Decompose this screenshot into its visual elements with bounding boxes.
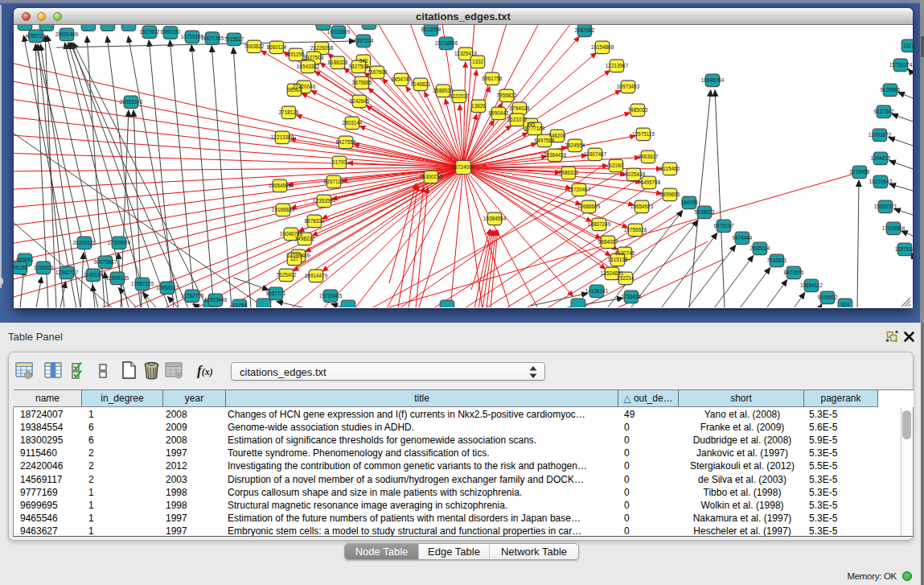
svg-text:13626: 13626 xyxy=(471,103,486,109)
svg-text:19384554: 19384554 xyxy=(483,216,507,221)
svg-text:7515527: 7515527 xyxy=(224,36,244,42)
svg-text:9657771: 9657771 xyxy=(266,290,286,296)
svg-text:1120746: 1120746 xyxy=(615,250,635,256)
svg-text:9245652: 9245652 xyxy=(818,295,838,300)
svg-text:3824554: 3824554 xyxy=(565,142,585,148)
svg-text:19756928: 19756928 xyxy=(624,227,647,233)
svg-text:17957225: 17957225 xyxy=(131,281,154,286)
svg-text:2588520: 2588520 xyxy=(433,88,454,93)
svg-text:90975887: 90975887 xyxy=(94,259,117,265)
svg-text:2935114: 2935114 xyxy=(750,245,770,251)
svg-text:7932621: 7932621 xyxy=(767,257,787,263)
svg-text:12213389: 12213389 xyxy=(271,134,294,140)
svg-text:12505135: 12505135 xyxy=(106,275,129,281)
svg-text:1733426: 1733426 xyxy=(622,294,642,299)
svg-text:7357224: 7357224 xyxy=(354,38,374,43)
svg-text:25300215: 25300215 xyxy=(420,174,443,179)
svg-text:1167534: 1167534 xyxy=(895,246,913,252)
svg-text:9884067: 9884067 xyxy=(598,239,618,245)
svg-text:6961758: 6961758 xyxy=(483,76,503,81)
svg-text:7663822: 7663822 xyxy=(244,43,265,49)
svg-text:19166829: 19166829 xyxy=(272,207,295,212)
svg-text:16210643: 16210643 xyxy=(869,179,893,184)
svg-text:19218506: 19218506 xyxy=(435,40,458,46)
svg-text:2667608: 2667608 xyxy=(368,69,388,75)
svg-text:8186328: 8186328 xyxy=(328,60,348,65)
svg-text:17016504: 17016504 xyxy=(882,225,906,231)
svg-text:9474444: 9474444 xyxy=(733,235,753,241)
svg-text:1117: 1117 xyxy=(903,43,913,48)
svg-text:18724007: 18724007 xyxy=(452,164,475,170)
svg-text:9777169: 9777169 xyxy=(525,126,545,131)
svg-text:12942737: 12942737 xyxy=(55,270,79,275)
svg-text:16154808: 16154808 xyxy=(591,44,614,50)
svg-text:6479197: 6479197 xyxy=(714,223,734,229)
svg-text:16543382: 16543382 xyxy=(297,64,320,69)
svg-text:9327508: 9327508 xyxy=(304,55,324,60)
svg-text:10958117: 10958117 xyxy=(156,285,179,290)
svg-text:10807487: 10807487 xyxy=(584,151,607,157)
svg-text:3215958: 3215958 xyxy=(850,169,870,175)
svg-text:62160: 62160 xyxy=(609,163,623,168)
svg-text:15720407: 15720407 xyxy=(568,187,591,192)
svg-text:164095: 164095 xyxy=(680,200,698,205)
svg-text:8471676: 8471676 xyxy=(784,270,804,275)
svg-text:924: 924 xyxy=(841,302,850,307)
svg-text:10025438: 10025438 xyxy=(622,171,646,177)
svg-text:11325419: 11325419 xyxy=(454,51,477,56)
svg-text:10688609: 10688609 xyxy=(577,204,601,209)
svg-text:8660124: 8660124 xyxy=(267,44,287,50)
svg-text:10654112: 10654112 xyxy=(800,282,823,288)
svg-text:1145194: 1145194 xyxy=(84,272,104,278)
svg-text:7955822: 7955822 xyxy=(497,93,517,98)
svg-text:8990443: 8990443 xyxy=(489,110,509,116)
svg-text:19654923: 19654923 xyxy=(630,204,654,209)
svg-text:5938923: 5938923 xyxy=(695,209,715,215)
svg-text:18807249: 18807249 xyxy=(588,221,611,227)
svg-text:9327508: 9327508 xyxy=(349,64,369,69)
svg-text:9146821: 9146821 xyxy=(411,81,431,87)
svg-text:6966160: 6966160 xyxy=(161,29,181,35)
svg-text:12923446: 12923446 xyxy=(204,297,228,303)
svg-text:10973493: 10973493 xyxy=(617,84,640,89)
svg-text:2718126: 2718126 xyxy=(279,109,299,115)
svg-text:8878334: 8878334 xyxy=(305,218,325,224)
svg-text:127: 127 xyxy=(290,256,299,262)
svg-text:99159: 99159 xyxy=(14,265,27,270)
svg-text:23226058: 23226058 xyxy=(310,45,334,51)
svg-text:15751074: 15751074 xyxy=(889,62,913,68)
svg-text:9129966: 9129966 xyxy=(881,87,901,93)
svg-text:16033809: 16033809 xyxy=(327,29,351,35)
svg-text:12353594: 12353594 xyxy=(313,198,336,204)
svg-text:7986322: 7986322 xyxy=(559,170,579,175)
svg-text:15716485: 15716485 xyxy=(319,293,343,299)
svg-text:8427552: 8427552 xyxy=(336,139,356,145)
svg-text:4055721: 4055721 xyxy=(26,33,46,39)
svg-text:252214: 252214 xyxy=(617,275,634,281)
svg-text:9115460: 9115460 xyxy=(660,166,680,171)
svg-text:3875685: 3875685 xyxy=(352,80,372,85)
svg-text:12975115: 12975115 xyxy=(632,131,655,137)
svg-text:14136141: 14136141 xyxy=(585,288,609,294)
svg-text:6497568: 6497568 xyxy=(535,138,555,143)
svg-text:6794028: 6794028 xyxy=(510,105,530,111)
svg-text:2087682: 2087682 xyxy=(575,27,595,33)
svg-text:16648784: 16648784 xyxy=(701,77,725,83)
svg-text:8322037: 8322037 xyxy=(450,93,470,99)
svg-text:1244415: 1244415 xyxy=(871,155,891,161)
svg-text:12213967: 12213967 xyxy=(606,63,629,68)
svg-text:98961: 98961 xyxy=(287,87,302,93)
svg-text:20206526: 20206526 xyxy=(73,240,97,245)
svg-text:20364436: 20364436 xyxy=(544,152,567,158)
svg-text:2803144: 2803144 xyxy=(343,120,363,126)
svg-text:29053346: 29053346 xyxy=(120,99,143,105)
svg-text:8813054: 8813054 xyxy=(421,27,441,32)
svg-text:1615132: 1615132 xyxy=(608,257,628,262)
svg-text:61700: 61700 xyxy=(332,159,347,165)
svg-text:7485063: 7485063 xyxy=(628,107,648,113)
svg-text:985061: 985061 xyxy=(16,257,34,262)
svg-text:9463627: 9463627 xyxy=(639,154,659,159)
svg-text:16782759: 16782759 xyxy=(181,293,204,299)
svg-text:16495798: 16495798 xyxy=(638,179,661,185)
svg-text:7625402: 7625402 xyxy=(277,272,297,278)
